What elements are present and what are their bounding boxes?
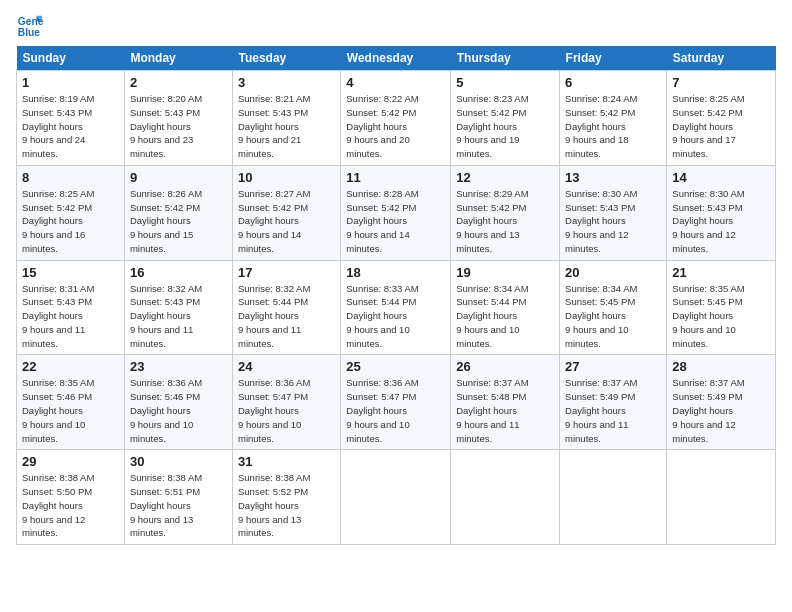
calendar-cell: 20Sunrise: 8:34 AMSunset: 5:45 PMDayligh… xyxy=(560,260,667,355)
calendar-cell: 2Sunrise: 8:20 AMSunset: 5:43 PMDaylight… xyxy=(124,71,232,166)
day-number: 17 xyxy=(238,265,335,280)
day-number: 23 xyxy=(130,359,227,374)
calendar-cell: 3Sunrise: 8:21 AMSunset: 5:43 PMDaylight… xyxy=(232,71,340,166)
calendar-cell xyxy=(341,450,451,545)
day-number: 18 xyxy=(346,265,445,280)
day-info: Sunrise: 8:36 AMSunset: 5:46 PMDaylight … xyxy=(130,376,227,445)
calendar-cell: 12Sunrise: 8:29 AMSunset: 5:42 PMDayligh… xyxy=(451,165,560,260)
col-header-thursday: Thursday xyxy=(451,46,560,71)
day-number: 11 xyxy=(346,170,445,185)
calendar-cell: 29Sunrise: 8:38 AMSunset: 5:50 PMDayligh… xyxy=(17,450,125,545)
day-info: Sunrise: 8:32 AMSunset: 5:44 PMDaylight … xyxy=(238,282,335,351)
svg-text:Blue: Blue xyxy=(18,27,41,38)
calendar-cell: 30Sunrise: 8:38 AMSunset: 5:51 PMDayligh… xyxy=(124,450,232,545)
calendar-cell: 11Sunrise: 8:28 AMSunset: 5:42 PMDayligh… xyxy=(341,165,451,260)
calendar-week-row: 1Sunrise: 8:19 AMSunset: 5:43 PMDaylight… xyxy=(17,71,776,166)
day-info: Sunrise: 8:30 AMSunset: 5:43 PMDaylight … xyxy=(565,187,661,256)
calendar-week-row: 15Sunrise: 8:31 AMSunset: 5:43 PMDayligh… xyxy=(17,260,776,355)
day-info: Sunrise: 8:33 AMSunset: 5:44 PMDaylight … xyxy=(346,282,445,351)
day-info: Sunrise: 8:19 AMSunset: 5:43 PMDaylight … xyxy=(22,92,119,161)
day-number: 2 xyxy=(130,75,227,90)
day-info: Sunrise: 8:38 AMSunset: 5:52 PMDaylight … xyxy=(238,471,335,540)
day-info: Sunrise: 8:38 AMSunset: 5:50 PMDaylight … xyxy=(22,471,119,540)
calendar-cell: 18Sunrise: 8:33 AMSunset: 5:44 PMDayligh… xyxy=(341,260,451,355)
calendar-cell: 25Sunrise: 8:36 AMSunset: 5:47 PMDayligh… xyxy=(341,355,451,450)
day-number: 30 xyxy=(130,454,227,469)
day-info: Sunrise: 8:27 AMSunset: 5:42 PMDaylight … xyxy=(238,187,335,256)
day-number: 25 xyxy=(346,359,445,374)
day-number: 10 xyxy=(238,170,335,185)
day-info: Sunrise: 8:36 AMSunset: 5:47 PMDaylight … xyxy=(346,376,445,445)
day-info: Sunrise: 8:24 AMSunset: 5:42 PMDaylight … xyxy=(565,92,661,161)
day-info: Sunrise: 8:37 AMSunset: 5:49 PMDaylight … xyxy=(672,376,770,445)
day-number: 3 xyxy=(238,75,335,90)
day-info: Sunrise: 8:34 AMSunset: 5:44 PMDaylight … xyxy=(456,282,554,351)
calendar-cell: 23Sunrise: 8:36 AMSunset: 5:46 PMDayligh… xyxy=(124,355,232,450)
day-info: Sunrise: 8:37 AMSunset: 5:49 PMDaylight … xyxy=(565,376,661,445)
day-number: 1 xyxy=(22,75,119,90)
calendar-cell: 8Sunrise: 8:25 AMSunset: 5:42 PMDaylight… xyxy=(17,165,125,260)
col-header-wednesday: Wednesday xyxy=(341,46,451,71)
day-info: Sunrise: 8:30 AMSunset: 5:43 PMDaylight … xyxy=(672,187,770,256)
calendar-cell: 13Sunrise: 8:30 AMSunset: 5:43 PMDayligh… xyxy=(560,165,667,260)
logo: General Blue xyxy=(16,12,48,40)
calendar-cell xyxy=(667,450,776,545)
calendar-container: General Blue SundayMondayTuesdayWednesda… xyxy=(0,0,792,553)
calendar-cell: 5Sunrise: 8:23 AMSunset: 5:42 PMDaylight… xyxy=(451,71,560,166)
calendar-cell: 21Sunrise: 8:35 AMSunset: 5:45 PMDayligh… xyxy=(667,260,776,355)
day-number: 27 xyxy=(565,359,661,374)
day-info: Sunrise: 8:31 AMSunset: 5:43 PMDaylight … xyxy=(22,282,119,351)
day-number: 20 xyxy=(565,265,661,280)
day-info: Sunrise: 8:21 AMSunset: 5:43 PMDaylight … xyxy=(238,92,335,161)
calendar-cell: 6Sunrise: 8:24 AMSunset: 5:42 PMDaylight… xyxy=(560,71,667,166)
day-number: 12 xyxy=(456,170,554,185)
calendar-cell: 22Sunrise: 8:35 AMSunset: 5:46 PMDayligh… xyxy=(17,355,125,450)
logo-icon: General Blue xyxy=(16,12,44,40)
day-info: Sunrise: 8:37 AMSunset: 5:48 PMDaylight … xyxy=(456,376,554,445)
day-info: Sunrise: 8:34 AMSunset: 5:45 PMDaylight … xyxy=(565,282,661,351)
calendar-week-row: 29Sunrise: 8:38 AMSunset: 5:50 PMDayligh… xyxy=(17,450,776,545)
calendar-cell xyxy=(560,450,667,545)
day-number: 22 xyxy=(22,359,119,374)
calendar-cell: 9Sunrise: 8:26 AMSunset: 5:42 PMDaylight… xyxy=(124,165,232,260)
day-number: 29 xyxy=(22,454,119,469)
calendar-cell: 17Sunrise: 8:32 AMSunset: 5:44 PMDayligh… xyxy=(232,260,340,355)
day-info: Sunrise: 8:25 AMSunset: 5:42 PMDaylight … xyxy=(672,92,770,161)
day-info: Sunrise: 8:25 AMSunset: 5:42 PMDaylight … xyxy=(22,187,119,256)
day-info: Sunrise: 8:23 AMSunset: 5:42 PMDaylight … xyxy=(456,92,554,161)
day-info: Sunrise: 8:35 AMSunset: 5:45 PMDaylight … xyxy=(672,282,770,351)
calendar-cell: 26Sunrise: 8:37 AMSunset: 5:48 PMDayligh… xyxy=(451,355,560,450)
day-number: 13 xyxy=(565,170,661,185)
day-info: Sunrise: 8:32 AMSunset: 5:43 PMDaylight … xyxy=(130,282,227,351)
day-info: Sunrise: 8:22 AMSunset: 5:42 PMDaylight … xyxy=(346,92,445,161)
day-number: 28 xyxy=(672,359,770,374)
calendar-cell: 10Sunrise: 8:27 AMSunset: 5:42 PMDayligh… xyxy=(232,165,340,260)
calendar-cell: 7Sunrise: 8:25 AMSunset: 5:42 PMDaylight… xyxy=(667,71,776,166)
calendar-cell: 1Sunrise: 8:19 AMSunset: 5:43 PMDaylight… xyxy=(17,71,125,166)
calendar-cell: 19Sunrise: 8:34 AMSunset: 5:44 PMDayligh… xyxy=(451,260,560,355)
col-header-monday: Monday xyxy=(124,46,232,71)
col-header-tuesday: Tuesday xyxy=(232,46,340,71)
calendar-cell: 24Sunrise: 8:36 AMSunset: 5:47 PMDayligh… xyxy=(232,355,340,450)
calendar-cell: 14Sunrise: 8:30 AMSunset: 5:43 PMDayligh… xyxy=(667,165,776,260)
day-number: 31 xyxy=(238,454,335,469)
day-number: 24 xyxy=(238,359,335,374)
day-info: Sunrise: 8:35 AMSunset: 5:46 PMDaylight … xyxy=(22,376,119,445)
col-header-sunday: Sunday xyxy=(17,46,125,71)
col-header-saturday: Saturday xyxy=(667,46,776,71)
calendar-cell: 15Sunrise: 8:31 AMSunset: 5:43 PMDayligh… xyxy=(17,260,125,355)
day-number: 8 xyxy=(22,170,119,185)
calendar-cell: 4Sunrise: 8:22 AMSunset: 5:42 PMDaylight… xyxy=(341,71,451,166)
day-number: 6 xyxy=(565,75,661,90)
calendar-table: SundayMondayTuesdayWednesdayThursdayFrid… xyxy=(16,46,776,545)
day-number: 26 xyxy=(456,359,554,374)
day-number: 14 xyxy=(672,170,770,185)
day-number: 16 xyxy=(130,265,227,280)
header: General Blue xyxy=(16,12,776,40)
calendar-cell: 31Sunrise: 8:38 AMSunset: 5:52 PMDayligh… xyxy=(232,450,340,545)
day-info: Sunrise: 8:29 AMSunset: 5:42 PMDaylight … xyxy=(456,187,554,256)
day-info: Sunrise: 8:20 AMSunset: 5:43 PMDaylight … xyxy=(130,92,227,161)
day-info: Sunrise: 8:38 AMSunset: 5:51 PMDaylight … xyxy=(130,471,227,540)
day-number: 7 xyxy=(672,75,770,90)
calendar-cell xyxy=(451,450,560,545)
